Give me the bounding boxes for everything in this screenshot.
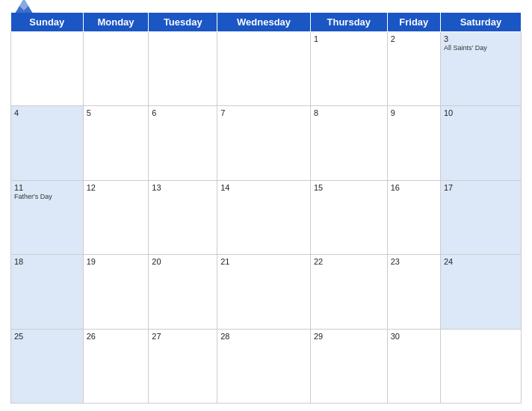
date-number: 29 [314, 332, 384, 341]
calendar-cell: 16 [387, 180, 440, 254]
date-number: 10 [444, 108, 518, 117]
calendar-cell: 19 [83, 255, 149, 329]
calendar-cell: 8 [310, 106, 387, 180]
calendar-cell: 2 [387, 32, 440, 106]
date-number: 30 [391, 332, 437, 341]
calendar-cell: 9 [387, 106, 440, 180]
header-friday: Friday [387, 13, 440, 32]
calendar-cell: 13 [149, 180, 217, 254]
header-saturday: Saturday [440, 13, 521, 32]
calendar-cell: 18 [11, 255, 84, 329]
calendar-cell: 1 [310, 32, 387, 106]
date-number: 17 [444, 183, 518, 192]
calendar-cell: 12 [83, 180, 149, 254]
calendar-cell [217, 32, 311, 106]
calendar-cell [440, 329, 521, 403]
date-number: 3 [444, 34, 518, 43]
date-number: 24 [444, 257, 518, 266]
date-number: 12 [87, 183, 146, 192]
calendar-cell: 6 [149, 106, 217, 180]
calendar-cell: 17 [440, 180, 521, 254]
date-number: 22 [314, 257, 384, 266]
date-number: 16 [391, 183, 437, 192]
calendar-cell: 23 [387, 255, 440, 329]
date-number: 27 [152, 332, 214, 341]
date-number: 15 [314, 183, 384, 192]
calendar-cell: 24 [440, 255, 521, 329]
date-number: 28 [220, 332, 307, 341]
week-row-0: 123All Saints' Day [11, 32, 522, 106]
date-number: 8 [314, 108, 384, 117]
header-thursday: Thursday [310, 13, 387, 32]
date-number: 26 [87, 332, 146, 341]
header-tuesday: Tuesday [149, 13, 217, 32]
calendar-cell: 10 [440, 106, 521, 180]
calendar-cell: 14 [217, 180, 311, 254]
holiday-name: Father's Day [14, 193, 80, 200]
date-number: 2 [391, 34, 437, 43]
date-number: 20 [152, 257, 214, 266]
calendar-cell [11, 32, 84, 106]
week-row-3: 18192021222324 [11, 255, 522, 329]
date-number: 21 [220, 257, 307, 266]
logo [10, 0, 39, 21]
week-row-2: 11Father's Day121314151617 [11, 180, 522, 254]
date-number: 6 [152, 108, 214, 117]
date-number: 7 [220, 108, 307, 117]
date-number: 19 [87, 257, 146, 266]
date-number: 1 [314, 34, 384, 43]
logo-bird-icon [10, 0, 37, 21]
calendar-cell: 15 [310, 180, 387, 254]
calendar-table: Sunday Monday Tuesday Wednesday Thursday… [10, 12, 522, 404]
calendar-cell: 11Father's Day [11, 180, 84, 254]
calendar-cell: 25 [11, 329, 84, 403]
calendar-body: 123All Saints' Day4567891011Father's Day… [11, 32, 522, 404]
calendar-cell: 5 [83, 106, 149, 180]
calendar-cell: 4 [11, 106, 84, 180]
calendar-cell: 21 [217, 255, 311, 329]
calendar-wrapper: Sunday Monday Tuesday Wednesday Thursday… [0, 0, 532, 411]
day-header-row: Sunday Monday Tuesday Wednesday Thursday… [11, 13, 522, 32]
calendar-cell: 28 [217, 329, 311, 403]
calendar-cell: 7 [217, 106, 311, 180]
date-number: 23 [391, 257, 437, 266]
week-row-1: 45678910 [11, 106, 522, 180]
header-wednesday: Wednesday [217, 13, 311, 32]
week-row-4: 252627282930 [11, 329, 522, 403]
date-number: 25 [14, 332, 80, 341]
date-number: 5 [87, 108, 146, 117]
calendar-cell: 3All Saints' Day [440, 32, 521, 106]
calendar-cell: 30 [387, 329, 440, 403]
date-number: 9 [391, 108, 437, 117]
date-number: 14 [220, 183, 307, 192]
calendar-cell: 20 [149, 255, 217, 329]
date-number: 11 [14, 183, 80, 192]
calendar-cell: 26 [83, 329, 149, 403]
header-monday: Monday [83, 13, 149, 32]
holiday-name: All Saints' Day [444, 44, 518, 52]
calendar-cell: 27 [149, 329, 217, 403]
calendar-cell: 29 [310, 329, 387, 403]
calendar-cell [149, 32, 217, 106]
date-number: 13 [152, 183, 214, 192]
date-number: 4 [14, 108, 80, 117]
calendar-cell [83, 32, 149, 106]
calendar-cell: 22 [310, 255, 387, 329]
date-number: 18 [14, 257, 80, 266]
